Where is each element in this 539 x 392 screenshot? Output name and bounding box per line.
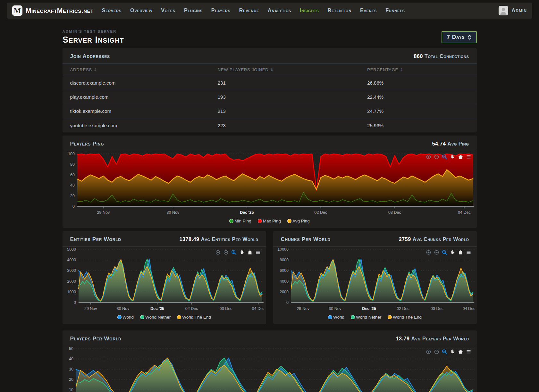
card-title: Chunks Per World <box>281 236 331 243</box>
svg-text:04 Dec: 04 Dec <box>462 306 475 311</box>
chart-toolbar <box>425 249 472 255</box>
user-name[interactable]: Admin <box>511 7 527 14</box>
nav-item-insights[interactable]: Insights <box>300 8 319 13</box>
nav-item-revenue[interactable]: Revenue <box>239 8 259 13</box>
user-menu[interactable]: Admin <box>499 6 527 15</box>
nav-item-events[interactable]: Events <box>360 8 377 13</box>
home-icon[interactable] <box>458 154 464 160</box>
svg-text:29 Nov: 29 Nov <box>84 306 97 311</box>
pan-icon[interactable] <box>239 249 245 255</box>
sort-column-address[interactable]: Address⇕ <box>70 67 218 72</box>
legend-label: Min Ping <box>234 219 251 223</box>
home-icon[interactable] <box>458 349 464 355</box>
zoom-in-icon[interactable] <box>215 249 221 255</box>
nav-item-votes[interactable]: Votes <box>161 8 175 13</box>
svg-text:4000: 4000 <box>67 258 76 262</box>
legend-item-min-ping[interactable]: Min Ping <box>229 219 251 223</box>
chart-legend: Min PingMax PingAvg Ping <box>64 216 475 228</box>
page-title: Server Insight <box>63 35 124 45</box>
sort-column-new-players[interactable]: New Players Joined⇕ <box>218 67 367 72</box>
zoom-in-icon[interactable] <box>425 349 432 355</box>
percentage-cell: 25.93% <box>367 123 469 128</box>
chunks-chart[interactable]: 020004000600080001000029 Nov30 NovDec '2… <box>275 247 475 312</box>
ping-chart[interactable]: 02040608010029 Nov30 NovDec '2502 Dec03 … <box>64 152 475 216</box>
pan-icon[interactable] <box>450 349 456 355</box>
legend-item-world[interactable]: World <box>117 315 134 320</box>
brand-name[interactable]: MinecraftMetrics.net <box>26 7 94 14</box>
svg-text:29 Nov: 29 Nov <box>97 210 110 215</box>
date-range-select[interactable]: 7 Days <box>442 31 476 43</box>
svg-text:20: 20 <box>69 377 73 382</box>
nav-item-analytics[interactable]: Analytics <box>268 8 291 13</box>
nav-item-players[interactable]: Players <box>211 8 231 13</box>
minecraftmetrics-logo-icon[interactable]: M <box>12 5 22 16</box>
home-icon[interactable] <box>247 249 253 255</box>
legend-item-max-ping[interactable]: Max Ping <box>258 219 281 223</box>
svg-text:10000: 10000 <box>277 247 289 252</box>
zoom-out-icon[interactable] <box>434 249 440 255</box>
selection-zoom-icon[interactable] <box>231 249 237 255</box>
menu-icon[interactable] <box>466 349 472 355</box>
selection-zoom-icon[interactable] <box>442 154 448 160</box>
pan-icon[interactable] <box>450 249 456 255</box>
nav-item-servers[interactable]: Servers <box>102 8 122 13</box>
card-title: Join Addresses <box>70 53 110 60</box>
selection-zoom-icon[interactable] <box>442 349 448 355</box>
page-header: Admin's Test Server Server Insight 7 Day… <box>63 29 477 45</box>
nav-item-overview[interactable]: Overview <box>130 8 152 13</box>
address-cell: youtube.example.com <box>70 123 218 128</box>
svg-text:0: 0 <box>286 300 289 305</box>
svg-text:Dec '25: Dec '25 <box>362 306 376 311</box>
card-title: Players Ping <box>70 141 104 147</box>
user-avatar[interactable] <box>499 6 508 15</box>
zoom-in-icon[interactable] <box>425 249 432 255</box>
legend-marker-icon <box>229 219 233 223</box>
pan-icon[interactable] <box>450 154 456 160</box>
players-chart[interactable]: 0102030405029 Nov30 NovDec '2502 Dec03 D… <box>64 347 475 392</box>
menu-icon[interactable] <box>466 249 472 255</box>
svg-text:29 Nov: 29 Nov <box>297 306 309 311</box>
sort-icon: ⇕ <box>270 68 274 72</box>
home-icon[interactable] <box>458 249 464 255</box>
svg-text:60: 60 <box>70 173 75 177</box>
sort-column-percentage[interactable]: Percentage⇕ <box>367 67 469 72</box>
legend-item-world-the-end[interactable]: World The End <box>388 315 422 320</box>
chart-legend: WorldWorld NetherWorld The End <box>64 312 264 324</box>
nav-item-funnels[interactable]: Funnels <box>385 8 405 13</box>
selection-zoom-icon[interactable] <box>442 249 448 255</box>
chevron-up-down-icon <box>467 34 472 40</box>
svg-text:04 Dec: 04 Dec <box>458 210 471 215</box>
svg-text:M: M <box>14 7 21 15</box>
legend-marker-icon <box>117 315 122 319</box>
entities-chart[interactable]: 01000200030004000500029 Nov30 NovDec '25… <box>64 247 264 312</box>
legend-item-world-nether[interactable]: World Nether <box>140 315 171 320</box>
zoom-out-icon[interactable] <box>434 154 440 160</box>
svg-text:Dec '25: Dec '25 <box>240 210 254 215</box>
table-row: play.example.com19322.44% <box>63 90 477 104</box>
server-name: Admin's Test Server <box>63 29 124 33</box>
new-players-joined-cell: 223 <box>218 123 367 128</box>
new-players-joined-cell: 213 <box>218 108 367 114</box>
svg-text:2000: 2000 <box>280 290 289 294</box>
nav-item-plugins[interactable]: Plugins <box>184 8 203 13</box>
legend-item-world[interactable]: World <box>328 315 344 320</box>
zoom-out-icon[interactable] <box>223 249 229 255</box>
zoom-out-icon[interactable] <box>434 349 440 355</box>
players-per-world-card: Players Per World 13.79Avg Players Per W… <box>63 330 477 392</box>
sort-icon: ⇕ <box>400 68 403 72</box>
legend-marker-icon <box>287 219 291 223</box>
svg-text:80: 80 <box>70 162 75 167</box>
menu-icon[interactable] <box>466 154 472 160</box>
avg-chunks-stat: 2759Avg Chunks Per World <box>399 237 469 242</box>
svg-text:50: 50 <box>69 347 73 351</box>
legend-item-avg-ping[interactable]: Avg Ping <box>287 219 310 223</box>
legend-item-world-the-end[interactable]: World The End <box>177 315 211 320</box>
menu-icon[interactable] <box>255 249 261 255</box>
svg-text:3000: 3000 <box>67 268 76 273</box>
nav-item-retention[interactable]: Retention <box>328 8 351 13</box>
legend-item-world-nether[interactable]: World Nether <box>351 315 381 320</box>
svg-text:10: 10 <box>69 388 73 392</box>
chunks-chart-block: 020004000600080001000029 Nov30 NovDec '2… <box>273 247 477 324</box>
zoom-in-icon[interactable] <box>425 154 432 160</box>
chunks-per-world-card: Chunks Per World 2759Avg Chunks Per Worl… <box>273 231 477 324</box>
